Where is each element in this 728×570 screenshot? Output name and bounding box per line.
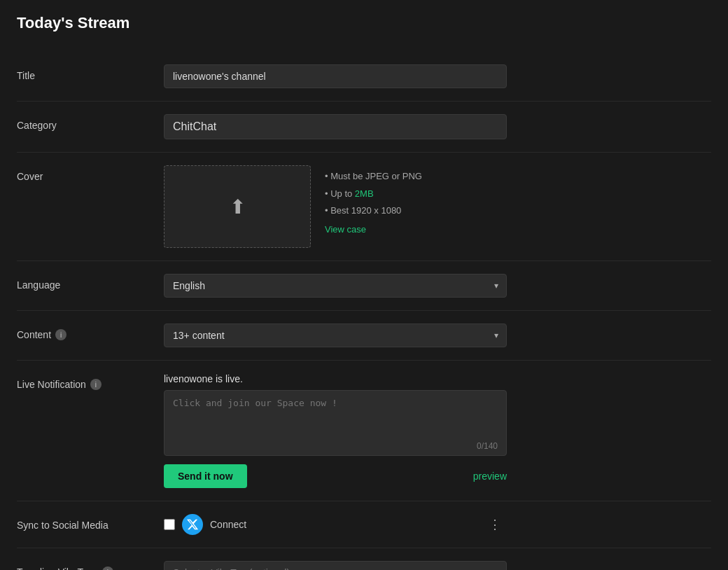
sync-content-area: Connect ⋮ (164, 514, 507, 535)
sync-social-label: Sync to Social Media (17, 514, 164, 531)
sync-left: Connect (164, 514, 246, 535)
cover-hint-format: • Must be JPEG or PNG (325, 168, 422, 186)
cover-hint-size: • Up to 2MB (325, 186, 422, 203)
live-notification-label: Live Notification i (17, 373, 164, 390)
cover-size-value: 2MB (355, 188, 374, 199)
page-title: Today's Stream (17, 14, 711, 32)
sync-checkbox[interactable] (164, 519, 175, 530)
title-content (164, 64, 711, 88)
content-content: 13+ content 18+ content All ages ▾ (164, 324, 711, 347)
category-display: ChitChat (164, 114, 507, 139)
twitter-bird-icon (186, 518, 199, 531)
language-select[interactable]: English Spanish French German Japanese (164, 274, 507, 298)
cover-hint-resolution: • Best 1920 x 1080 (325, 202, 422, 220)
cover-info: • Must be JPEG or PNG • Up to 2MB • Best… (325, 165, 422, 235)
twitter-icon (182, 514, 203, 535)
cover-content: ⬆ • Must be JPEG or PNG • Up to 2MB • Be… (164, 165, 711, 248)
notification-actions: Send it now preview (164, 464, 507, 488)
sync-social-row: Sync to Social Media Connect ⋮ (17, 501, 711, 548)
live-notification-header: livenowone is live. (164, 373, 507, 384)
title-row: Title (17, 52, 711, 102)
cover-upload-zone[interactable]: ⬆ (164, 165, 311, 248)
vibetag-wrapper: Select a VibeTag (optional) ▾ (164, 561, 507, 570)
live-notification-content: livenowone is live. 0/140 Send it now pr… (164, 373, 711, 488)
cover-label: Cover (17, 165, 164, 182)
title-input[interactable] (164, 64, 507, 88)
content-row: Content i 13+ content 18+ content All ag… (17, 311, 711, 361)
content-label: Content i (17, 324, 164, 340)
more-options-button[interactable]: ⋮ (483, 514, 507, 535)
view-case-link[interactable]: View case (325, 224, 422, 235)
language-label: Language (17, 274, 164, 291)
content-info-icon[interactable]: i (55, 329, 66, 340)
cover-row: Cover ⬆ • Must be JPEG or PNG • Up to 2M… (17, 153, 711, 261)
cover-hints: • Must be JPEG or PNG • Up to 2MB • Best… (325, 165, 422, 220)
cover-area: ⬆ • Must be JPEG or PNG • Up to 2MB • Be… (164, 165, 711, 248)
vibetags-content: Select a VibeTag (optional) ▾ (164, 561, 711, 570)
notification-textarea-wrapper: 0/140 (164, 390, 507, 456)
live-notification-info-icon[interactable]: i (90, 379, 102, 390)
upload-icon: ⬆ (230, 195, 246, 218)
vibetag-select[interactable]: Select a VibeTag (optional) (164, 561, 507, 570)
language-select-wrapper: English Spanish French German Japanese ▾ (164, 274, 507, 298)
vibetags-label: Trending VibeTags i (17, 561, 164, 570)
live-notification-area: livenowone is live. 0/140 Send it now pr… (164, 373, 507, 488)
send-now-button[interactable]: Send it now (164, 464, 247, 488)
live-notification-textarea[interactable] (164, 391, 506, 436)
content-select[interactable]: 13+ content 18+ content All ages (164, 324, 507, 347)
content-select-wrapper: 13+ content 18+ content All ages ▾ (164, 324, 507, 347)
language-row: Language English Spanish French German J… (17, 261, 711, 311)
category-label: Category (17, 114, 164, 131)
vibetags-row: Trending VibeTags i Select a VibeTag (op… (17, 548, 711, 570)
sync-social-content: Connect ⋮ (164, 514, 711, 535)
language-content: English Spanish French German Japanese ▾ (164, 274, 711, 298)
title-label: Title (17, 64, 164, 81)
category-row: Category ChitChat (17, 102, 711, 153)
category-content: ChitChat (164, 114, 711, 139)
page-container: Today's Stream Title Category ChitChat C… (0, 0, 728, 570)
vibetags-info-icon[interactable]: i (102, 566, 113, 570)
connect-text: Connect (210, 519, 246, 530)
live-notification-row: Live Notification i livenowone is live. … (17, 361, 711, 501)
preview-link[interactable]: preview (473, 471, 507, 482)
char-count: 0/140 (164, 438, 506, 455)
